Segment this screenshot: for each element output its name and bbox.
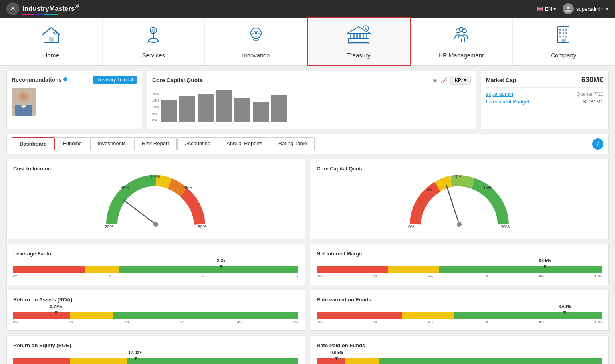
investment-budget-link[interactable]: Investment Budget [486,99,529,105]
ref-tick-2: 2% [372,320,377,324]
roe-track [13,358,298,364]
y-label-15: 15% [152,99,159,103]
ref-tick-10: 10% [595,320,602,324]
help-button[interactable]: ? [592,138,603,150]
market-user-link[interactable]: superadmin [486,91,513,97]
tab-funding[interactable]: Funding [56,137,89,150]
ref-tick-6: 6% [484,320,489,324]
logo-text-group: IndustryMasters® [22,3,79,15]
cost-to-income-title: Cost to Income [13,166,298,172]
svg-rect-31 [559,29,561,31]
hr-icon [451,24,472,49]
bar-1 [161,100,177,122]
cca-header: Core Capital Quota ⊞ 📈 KPI ▾ [152,76,471,85]
top-navigation: IndustryMasters® 🇬🇧 EN ▾ superadmin ▾ [0,0,615,18]
tab-rating-table[interactable]: Rating Table [271,137,315,150]
tick-3x: 3x [294,274,298,278]
y-label-0: 0% [152,118,159,122]
svg-text:50%: 50% [151,174,160,179]
svg-point-45 [20,93,28,100]
core-capital-svg: 0% 5% 10% 15% 20% [399,172,519,236]
username-label: superadmin [576,6,603,12]
svg-rect-17 [366,33,367,39]
svg-rect-19 [347,43,370,44]
kpi-button[interactable]: KPI ▾ [450,76,471,85]
svg-point-56 [457,222,462,227]
nim-tick-10: 10% [595,274,602,278]
ref-arrow: ▼ [562,310,567,315]
nav-item-company[interactable]: Company [513,18,615,65]
nav-item-hr[interactable]: HR Management [410,18,513,65]
nav-item-home[interactable]: Home [0,18,103,65]
roa-tick-3: 3% [181,320,186,324]
cost-to-income-card: Cost to Income 20% 35% [6,159,305,239]
nav-item-treasury-label: Treasury [347,52,371,59]
svg-text:65%: 65% [184,185,192,190]
line-chart-icon[interactable]: 📈 [440,77,447,83]
cost-to-income-gauge: 20% 35% 50% 65% 80% [13,176,298,232]
svg-rect-38 [563,36,564,37]
company-icon [553,24,574,49]
user-selector[interactable]: superadmin ▾ [563,3,609,14]
svg-rect-14 [356,33,358,39]
tab-dashboard[interactable]: Dashboard [12,137,55,150]
tab-investments[interactable]: Investments [90,137,133,150]
core-capital-panel: Core Capital Quota ⊞ 📈 KPI ▾ 20% 15% 10%… [147,71,476,129]
roe-arrow: ▼ [133,356,138,361]
rate-paid-funds-card: Rate Paid on Funds 0.65% ▼ 0% 2% 4% 6% 8… [310,336,609,364]
table-view-icon[interactable]: ⊞ [432,77,437,83]
tab-risk-report[interactable]: Risk Report [134,137,177,150]
rec-content: ... [12,88,137,116]
core-capital-quota-title: Core Capital Quota [317,166,602,172]
bar-6 [253,102,269,122]
svg-rect-9 [254,39,258,40]
svg-rect-32 [563,29,564,31]
leverage-factor-metric: 2.3x ▼ 0x 1x 2x 3x [13,266,298,278]
leverage-track [13,266,298,273]
y-label-5: 5% [152,112,159,116]
bar-col-5 [234,98,250,122]
nav-item-treasury[interactable]: $ Treasury [307,17,411,66]
nim-tick-6: 6% [484,274,489,278]
leverage-value: 2.3x [217,258,226,263]
roe-yellow [70,358,127,364]
ref-track [317,312,602,319]
bar-7 [271,95,287,122]
nav-item-innovation[interactable]: Innovation [205,18,308,65]
tab-annual-reports[interactable]: Annual Reports [219,137,270,150]
rec-avatar [12,88,36,116]
help-icon: ? [596,141,599,147]
roa-tick-2: 2% [125,320,130,324]
market-cap-row: Market Cap 630M€ [486,76,603,84]
ref-metric: 8.69% ▼ 0% 2% 4% 6% 8% 10% [317,312,602,324]
ref-yellow [402,312,454,319]
ref-ticks: 0% 2% 4% 6% 8% 10% [317,320,602,324]
svg-text:0%: 0% [408,224,415,229]
rec-tutorial-badge[interactable]: Treasury Tutorial [93,76,137,84]
leverage-factor-title: Leverage Factor [13,251,298,257]
market-cap-panel: Market Cap 630M€ superadmin Quarter 7/20… [481,71,609,129]
rec-title-text: Recommendations [12,77,62,83]
rpf-metric: 0.65% ▼ 0% 2% 4% 6% 8% 10% [317,358,602,364]
logo-area: IndustryMasters® [6,2,79,15]
nav-item-services[interactable]: Services [103,18,205,65]
rpf-yellow [345,358,379,364]
logo-text: IndustryMasters® [22,3,79,13]
rate-earned-funds-title: Rate earned on Funds [317,297,602,303]
cca-controls: ⊞ 📈 KPI ▾ [432,76,471,85]
nim-tick-4: 4% [428,274,433,278]
roa-green [113,312,298,319]
nav-right: 🇬🇧 EN ▾ superadmin ▾ [537,3,609,14]
nim-tick-8: 8% [539,274,544,278]
tick-1x: 1x [107,274,111,278]
rate-earned-funds-card: Rate earned on Funds 8.69% ▼ 0% 2% 4% 6%… [310,290,609,331]
svg-rect-34 [559,32,561,34]
language-selector[interactable]: 🇬🇧 EN ▾ [537,6,556,12]
svg-rect-39 [566,36,567,37]
cost-to-income-svg: 20% 35% 50% 65% 80% [96,172,216,236]
roe-red [13,358,70,364]
svg-rect-4 [49,37,54,43]
services-icon [143,24,164,49]
tick-2x: 2x [201,274,205,278]
tab-accounting[interactable]: Accounting [177,137,218,150]
